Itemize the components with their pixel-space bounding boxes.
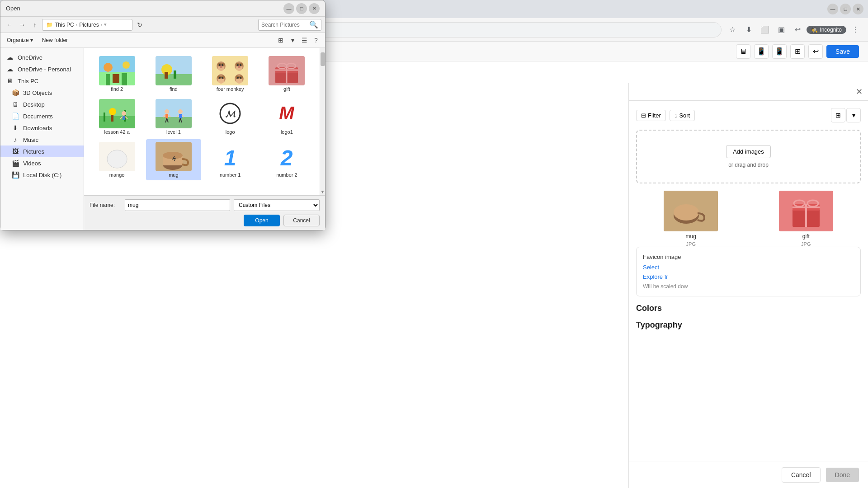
view-type-btn[interactable]: ⊞: [275, 35, 286, 46]
file-name-mango: mango: [109, 172, 125, 178]
sidebar-item-downloads[interactable]: ⬇ Downloads: [0, 122, 84, 134]
file-name-find2: find 2: [111, 86, 123, 92]
sidebar-item-this-pc[interactable]: 🖥 This PC: [0, 75, 84, 87]
image-grid: mug JPG: [636, 191, 861, 247]
save-button[interactable]: Save: [826, 45, 859, 58]
file-item-four-monkey[interactable]: four monkey: [203, 53, 258, 94]
dialog-search-input[interactable]: [261, 22, 307, 28]
file-name-logo: logo: [226, 129, 235, 135]
file-thumb-logo: 𝓜: [212, 99, 248, 128]
sidebar-item-onedrive-personal[interactable]: ☁ OneDrive - Personal: [0, 63, 84, 75]
dialog-forward-btn[interactable]: →: [17, 19, 28, 30]
menu-btn[interactable]: ⋮: [848, 23, 863, 37]
sidebar-item-documents[interactable]: 📄 Documents: [0, 110, 84, 122]
dialog-maximize-btn[interactable]: □: [296, 3, 307, 14]
panel-cancel-button[interactable]: Cancel: [782, 467, 821, 483]
svg-text:1: 1: [224, 146, 236, 170]
dialog-body: ☁ OneDrive ☁ OneDrive - Personal 🖥 This …: [0, 48, 325, 230]
svg-point-29: [220, 66, 222, 68]
svg-point-28: [222, 64, 223, 66]
grid-view-btn[interactable]: ⊞: [831, 108, 845, 122]
filetype-select[interactable]: Custom Files: [234, 199, 320, 211]
explore-link[interactable]: Explore fr: [643, 273, 668, 280]
sidebar-item-local-disk[interactable]: 💾 Local Disk (C:): [0, 169, 84, 181]
new-folder-button[interactable]: New folder: [39, 36, 71, 45]
incognito-icon: 🕵: [811, 27, 818, 33]
chevron-down-view-btn[interactable]: ▾: [846, 108, 861, 122]
mobile-view-btn[interactable]: 📱: [772, 44, 787, 59]
panel-done-button[interactable]: Done: [826, 468, 859, 482]
dialog-up-btn[interactable]: ↑: [29, 19, 40, 30]
sidebar-item-music[interactable]: ♪ Music: [0, 134, 84, 145]
file-item-find[interactable]: find: [146, 53, 201, 94]
select-link[interactable]: Select: [643, 264, 854, 271]
image-item-mug[interactable]: mug JPG: [636, 191, 746, 247]
sidebar-item-onedrive[interactable]: ☁ OneDrive: [0, 52, 84, 63]
path-root: This PC: [55, 22, 74, 28]
file-open-dialog: Open — □ ✕ ← → ↑ 📁 This PC › Pictures › …: [0, 0, 326, 230]
this-pc-icon: 🖥: [6, 77, 14, 84]
tablet-btn[interactable]: ⬜: [758, 23, 772, 37]
sidebar-item-pictures[interactable]: 🖼 Pictures: [0, 145, 84, 157]
file-item-mango[interactable]: mango: [90, 139, 144, 180]
incognito-label: Incognito: [820, 27, 842, 33]
bookmark-btn[interactable]: ☆: [725, 23, 740, 37]
dialog-action-buttons: Open Cancel: [90, 215, 320, 226]
file-item-find2[interactable]: find 2: [90, 53, 144, 94]
bottom-action-bar: Cancel Done: [629, 461, 868, 488]
sort-icon: ↕: [675, 112, 678, 119]
svg-rect-16: [122, 73, 127, 85]
file-thumb-number2: 2: [269, 142, 305, 171]
file-item-number1[interactable]: 1 number 1: [203, 139, 258, 180]
filename-input[interactable]: [125, 199, 230, 211]
svg-rect-68: [156, 117, 192, 128]
file-item-gift[interactable]: gift: [259, 53, 314, 94]
add-images-button[interactable]: Add images: [726, 145, 771, 158]
svg-text:M: M: [279, 103, 295, 123]
file-thumb-level1: [156, 99, 192, 128]
window-maximize-btn[interactable]: □: [840, 4, 851, 14]
filter-button[interactable]: ⊟ Filter: [636, 110, 666, 121]
svg-point-34: [237, 64, 239, 66]
view-options-btn[interactable]: ▾: [287, 35, 298, 46]
sidebar-item-videos[interactable]: 🎬 Videos: [0, 157, 84, 169]
undo-btn[interactable]: ↩: [808, 44, 823, 59]
dialog-search-box[interactable]: 🔍: [258, 19, 321, 31]
svg-point-14: [123, 61, 130, 69]
sidebar-item-3d-objects[interactable]: 📦 3D Objects: [0, 87, 84, 99]
dialog-back-btn[interactable]: ←: [4, 19, 15, 30]
history-btn[interactable]: ↩: [790, 23, 805, 37]
file-item-mug[interactable]: mug: [146, 139, 201, 180]
dialog-minimize-btn[interactable]: —: [283, 3, 294, 14]
image-item-gift[interactable]: gift JPG: [751, 191, 861, 247]
sort-button[interactable]: ↕ Sort: [670, 110, 695, 121]
download-btn[interactable]: ⬇: [741, 23, 756, 37]
videos-icon: 🎬: [11, 160, 19, 167]
file-item-lesson42a[interactable]: lesson 42 a: [90, 96, 144, 137]
help-btn[interactable]: ?: [311, 35, 321, 46]
file-item-logo1[interactable]: M logo1: [259, 96, 314, 137]
file-item-number2[interactable]: 2 number 2: [259, 139, 314, 180]
panel-close-btn[interactable]: ✕: [856, 87, 863, 97]
svg-point-87: [107, 150, 127, 168]
dialog-path-bar[interactable]: 📁 This PC › Pictures › ▾: [42, 19, 132, 31]
file-item-logo[interactable]: 𝓜 logo: [203, 96, 258, 137]
settings-btn[interactable]: ⊞: [790, 44, 805, 59]
cast-btn[interactable]: ▣: [774, 23, 788, 37]
drop-area: Add images or drag and drop: [636, 130, 861, 183]
details-pane-btn[interactable]: ☰: [299, 35, 310, 46]
dialog-refresh-btn[interactable]: ↻: [134, 19, 145, 30]
file-item-level1[interactable]: level 1: [146, 96, 201, 137]
sidebar-label-onedrive: OneDrive: [18, 54, 42, 61]
scale-note: Will be scaled dow: [643, 283, 854, 290]
window-close-btn[interactable]: ✕: [853, 4, 863, 14]
organize-button[interactable]: Organize ▾: [4, 36, 36, 45]
tablet-view-btn[interactable]: 📱: [754, 44, 769, 59]
file-name-find: find: [170, 86, 178, 92]
open-button[interactable]: Open: [244, 215, 280, 226]
dialog-close-btn[interactable]: ✕: [309, 3, 320, 14]
desktop-view-btn[interactable]: 🖥: [736, 44, 750, 59]
cancel-button[interactable]: Cancel: [283, 215, 320, 226]
sidebar-item-desktop[interactable]: 🖥 Desktop: [0, 99, 84, 110]
window-minimize-btn[interactable]: —: [827, 4, 838, 14]
